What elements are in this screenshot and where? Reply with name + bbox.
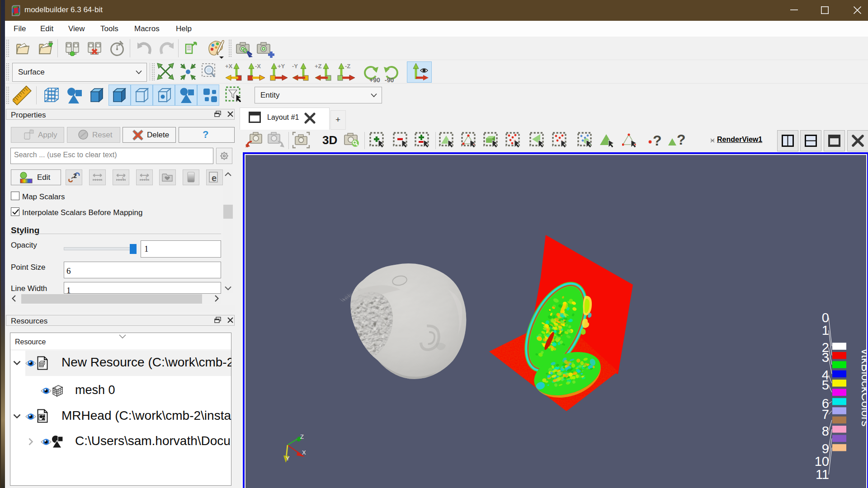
svg-text:8: 8 (822, 424, 829, 438)
svg-text:+X: +X (225, 63, 233, 70)
svg-text:+Y: +Y (278, 63, 285, 70)
svg-text:e: e (212, 173, 217, 183)
svg-text:?: ? (653, 132, 662, 148)
svg-text:+Z: +Z (315, 63, 322, 70)
svg-text:10: 10 (815, 454, 829, 469)
svg-text:vtkBlockColors: vtkBlockColors (859, 349, 866, 427)
svg-text:2: 2 (73, 172, 77, 179)
svg-text:7: 7 (822, 407, 829, 422)
svg-text:-90: -90 (385, 76, 394, 83)
svg-text:3: 3 (822, 350, 829, 365)
svg-text:c: c (122, 174, 125, 180)
svg-text:-Y: -Y (292, 63, 298, 70)
svg-text:1: 1 (822, 323, 829, 338)
svg-text:Y: Y (286, 455, 290, 462)
svg-text:-X: -X (255, 63, 261, 70)
svg-text:5: 5 (822, 378, 829, 392)
svg-text:X: X (302, 449, 306, 456)
svg-text:t: t (146, 174, 147, 180)
svg-text:Z: Z (300, 433, 304, 440)
svg-text:11: 11 (816, 467, 829, 482)
svg-text:+90: +90 (369, 76, 380, 83)
svg-text:?: ? (677, 132, 685, 148)
svg-text:-Z: -Z (345, 63, 350, 70)
